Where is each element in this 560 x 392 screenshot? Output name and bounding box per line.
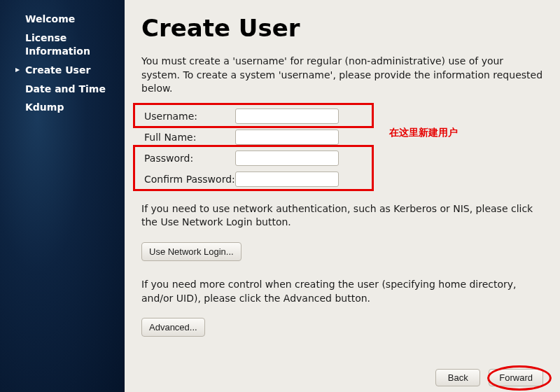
page-title: Create User	[141, 14, 543, 42]
sidebar: Welcome License Information Create User …	[0, 0, 125, 392]
sidebar-item-label: Kdump	[25, 102, 64, 113]
confirm-password-input[interactable]	[235, 172, 339, 187]
sidebar-item-welcome[interactable]: Welcome	[25, 10, 125, 29]
username-input[interactable]	[235, 108, 339, 124]
back-button[interactable]: Back	[435, 369, 480, 386]
sidebar-item-label: Date and Time	[25, 83, 106, 94]
advanced-button[interactable]: Advanced...	[141, 318, 205, 337]
network-auth-text: If you need to use network authenticatio…	[141, 202, 543, 230]
confirm-password-label: Confirm Password:	[141, 174, 235, 185]
row-password: Password:	[141, 148, 543, 169]
sidebar-item-date-time[interactable]: Date and Time	[25, 80, 125, 99]
fullname-label: Full Name:	[141, 132, 235, 143]
fullname-input[interactable]	[235, 130, 339, 145]
footer-buttons: Back Forward	[435, 369, 543, 386]
password-input[interactable]	[235, 150, 339, 166]
sidebar-item-kdump[interactable]: Kdump	[25, 98, 125, 117]
main-panel: Create User You must create a 'username'…	[125, 0, 560, 392]
row-username: Username:	[141, 106, 543, 127]
annotation-text: 在这里新建用户	[389, 127, 458, 139]
sidebar-item-label: License Information	[25, 32, 90, 57]
row-fullname: Full Name:	[141, 127, 543, 148]
username-label: Username:	[141, 111, 235, 122]
sidebar-item-label: Create User	[25, 64, 90, 76]
sidebar-item-label: Welcome	[25, 13, 75, 24]
password-label: Password:	[141, 153, 235, 164]
row-confirm: Confirm Password:	[141, 169, 543, 190]
advanced-text: If you need more control when creating t…	[141, 278, 543, 305]
sidebar-item-create-user[interactable]: Create User	[25, 61, 125, 80]
intro-text: You must create a 'username' for regular…	[141, 55, 543, 96]
use-network-login-button[interactable]: Use Network Login...	[141, 242, 241, 261]
form-area: 在这里新建用户 Username: Full Name: Password: C…	[141, 106, 543, 190]
sidebar-item-license[interactable]: License Information	[25, 29, 125, 61]
forward-button[interactable]: Forward	[489, 369, 543, 386]
